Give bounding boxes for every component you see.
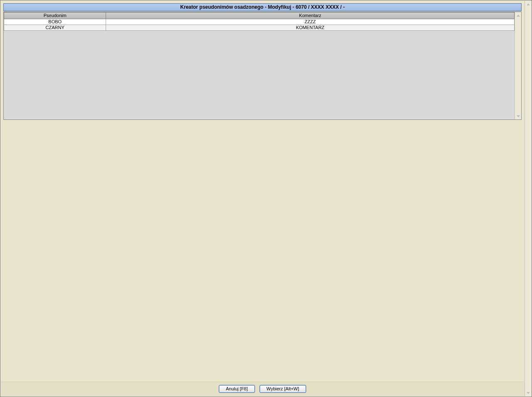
select-button[interactable]: Wybierz [Alt+W] [260,385,306,393]
table-header-row: Pseudonim Komentarz [4,12,515,19]
table-row[interactable]: BOBO ZZZZ [4,19,515,25]
cancel-button[interactable]: Anuluj [F8] [219,385,255,393]
table-row[interactable]: CZARNY KOMENTARZ [4,25,515,31]
chevron-down-icon [517,115,520,117]
button-bar: Anuluj [F8] Wybierz [Alt+W] [1,382,524,396]
grid-scrollbar[interactable] [515,12,521,119]
scroll-up-button[interactable] [515,12,521,19]
page-scroll-up-button[interactable] [525,1,531,7]
lower-panel [1,120,524,382]
column-header-pseudonym[interactable]: Pseudonim [4,12,106,19]
cell-comment: ZZZZ [106,19,515,25]
window-title: Kreator pseudonimów osadzonego - Modyfik… [3,3,522,11]
data-table: Pseudonim Komentarz BOBO ZZZZ CZARNY [4,12,515,31]
application-window: Kreator pseudonimów osadzonego - Modyfik… [0,0,532,397]
grid-body: Pseudonim Komentarz BOBO ZZZZ CZARNY [4,12,515,119]
chevron-up-icon [527,3,530,5]
content-area: Kreator pseudonimów osadzonego - Modyfik… [1,1,524,396]
chevron-down-icon [527,392,530,394]
scroll-down-button[interactable] [515,113,521,119]
column-header-comment[interactable]: Komentarz [106,12,515,19]
cell-comment: KOMENTARZ [106,25,515,31]
page-scroll-down-button[interactable] [525,390,531,396]
pseudonym-grid: Pseudonim Komentarz BOBO ZZZZ CZARNY [3,12,522,120]
upper-panel: Kreator pseudonimów osadzonego - Modyfik… [1,1,524,120]
page-scrollbar[interactable] [525,1,531,396]
cell-pseudonym: BOBO [4,19,106,25]
cell-pseudonym: CZARNY [4,25,106,31]
chevron-up-icon [517,15,520,17]
